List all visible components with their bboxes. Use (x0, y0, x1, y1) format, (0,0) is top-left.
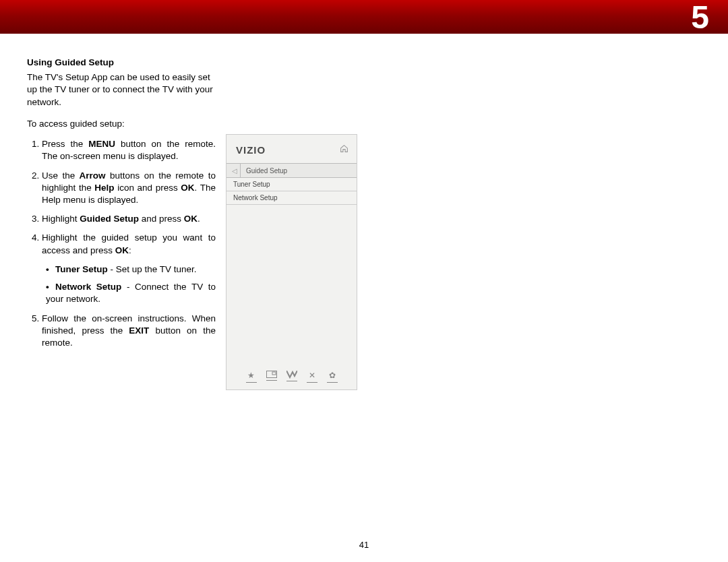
intro-text: The TV's Setup App can be used to easily… (27, 71, 216, 108)
chapter-number: 5 (691, 0, 709, 36)
ss-breadcrumb: ◁ Guided Setup (226, 163, 357, 178)
step-5: Follow the on-screen instructions. When … (42, 313, 216, 350)
vizio-logo: VIZIO (236, 144, 266, 156)
section-heading: Using Guided Setup (27, 57, 216, 69)
steps-list: Press the MENU button on the remote. The… (27, 138, 216, 349)
breadcrumb-label: Guided Setup (246, 167, 287, 175)
lead-text: To access guided setup: (27, 118, 216, 130)
gear-icon: ✿ (327, 371, 338, 383)
menu-row-network: Network Setup (226, 191, 357, 205)
instructions-column: Using Guided Setup The TV's Setup App ca… (27, 57, 216, 356)
star-icon: ★ (246, 371, 257, 383)
page-content: Using Guided Setup The TV's Setup App ca… (0, 34, 728, 390)
close-icon: ✕ (307, 371, 317, 383)
chapter-banner: 5 (0, 0, 728, 34)
back-icon: ◁ (229, 167, 240, 175)
rect-icon (266, 371, 277, 383)
home-icon (340, 144, 348, 155)
v-icon (286, 371, 297, 383)
ss-header: VIZIO (226, 135, 357, 163)
step-1: Press the MENU button on the remote. The… (42, 138, 216, 162)
bullet-network: Network Setup - Connect the TV to your n… (46, 281, 216, 305)
ss-bottom-icons: ★ ✕ ✿ (226, 371, 357, 383)
svg-rect-1 (272, 372, 276, 375)
page-number: 41 (0, 540, 728, 550)
step-3: Highlight Guided Setup and press OK. (42, 213, 216, 225)
step-2: Use the Arrow buttons on the remote to h… (42, 170, 216, 207)
menu-row-tuner: Tuner Setup (226, 178, 357, 191)
bullet-tuner: Tuner Setup - Set up the TV tuner. (46, 263, 216, 276)
tv-menu-screenshot: VIZIO ◁ Guided Setup Tuner Setup Network… (226, 134, 357, 390)
step-4: Highlight the guided setup you want to a… (42, 232, 216, 305)
sub-bullets: Tuner Setup - Set up the TV tuner. Netwo… (42, 263, 216, 306)
